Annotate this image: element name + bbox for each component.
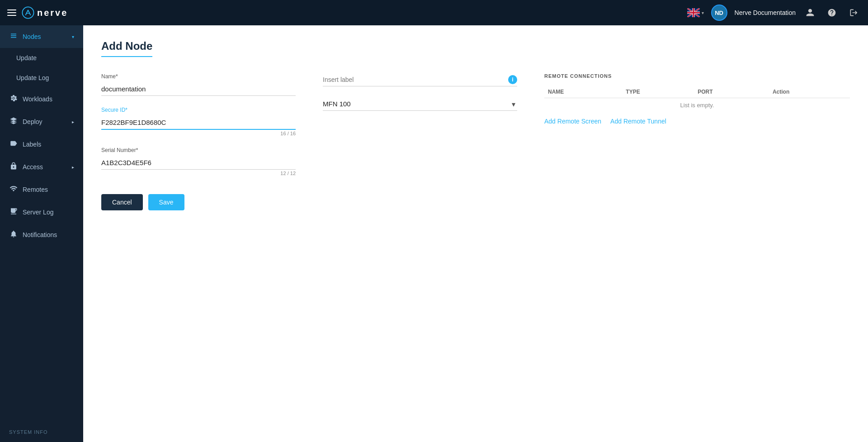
sidebar-item-access[interactable]: Access ▸ xyxy=(0,156,83,178)
system-info-label: SYSTEM INFO xyxy=(0,422,83,442)
hamburger-button[interactable] xyxy=(7,10,16,16)
sidebar-item-workloads[interactable]: Workloads xyxy=(0,88,83,110)
sidebar-item-label-update: Update xyxy=(16,54,37,62)
deploy-arrow-icon: ▸ xyxy=(72,119,74,124)
secure-id-label: Secure ID* xyxy=(101,107,296,113)
empty-list-message: List is empty. xyxy=(544,98,850,113)
language-chevron-icon: ▾ xyxy=(702,10,704,15)
name-label: Name* xyxy=(101,73,296,80)
sidebar-item-remotes[interactable]: Remotes xyxy=(0,178,83,201)
sidebar-item-label-server-log: Server Log xyxy=(23,209,53,216)
nodes-arrow-icon: ▾ xyxy=(72,34,74,39)
deploy-icon xyxy=(9,117,18,127)
sidebar-item-label-notifications: Notifications xyxy=(23,231,57,238)
sidebar-item-deploy[interactable]: Deploy ▸ xyxy=(0,110,83,133)
logout-icon[interactable] xyxy=(846,5,861,20)
top-nav: nerve ▾ ND Nerve Documentation xyxy=(0,0,868,25)
server-log-icon xyxy=(9,207,18,217)
serial-input[interactable] xyxy=(101,156,296,170)
model-select[interactable]: MFN 100 MFN 200 MFN 300 xyxy=(323,97,517,110)
remote-connections-table: NAME TYPE PORT Action List is empty. xyxy=(544,86,850,112)
page-title: Add Node xyxy=(101,40,152,57)
secure-id-count: 16 / 16 xyxy=(101,131,296,136)
remote-connections-title: REMOTE CONNECTIONS xyxy=(544,73,850,79)
sidebar-item-label-labels: Labels xyxy=(23,141,41,148)
workloads-icon xyxy=(9,94,18,104)
add-remote-screen-link[interactable]: Add Remote Screen xyxy=(544,118,601,125)
label-input[interactable] xyxy=(323,73,508,86)
user-icon[interactable] xyxy=(803,5,817,20)
col-action: Action xyxy=(769,86,850,98)
doc-link[interactable]: Nerve Documentation xyxy=(735,9,796,16)
remotes-icon xyxy=(9,185,18,195)
notifications-icon xyxy=(9,230,18,240)
col-name: NAME xyxy=(544,86,622,98)
language-selector[interactable]: ▾ xyxy=(687,8,704,17)
nodes-icon xyxy=(9,32,18,42)
info-icon[interactable]: i xyxy=(508,75,517,84)
access-arrow-icon: ▸ xyxy=(72,165,74,170)
name-input[interactable] xyxy=(101,82,296,96)
main-content: Add Node Name* Secure ID* 16 / 16 Serial… xyxy=(83,25,868,442)
sidebar-item-label-workloads: Workloads xyxy=(23,95,52,103)
logo-text: nerve xyxy=(37,8,68,18)
add-remote-tunnel-link[interactable]: Add Remote Tunnel xyxy=(610,118,666,125)
sidebar-item-label-access: Access xyxy=(23,163,43,171)
save-button[interactable]: Save xyxy=(148,194,184,210)
table-row-empty: List is empty. xyxy=(544,98,850,113)
col-port: PORT xyxy=(694,86,769,98)
sidebar-item-labels[interactable]: Labels xyxy=(0,133,83,156)
serial-count: 12 / 12 xyxy=(101,171,296,176)
cancel-button[interactable]: Cancel xyxy=(101,194,143,210)
sidebar-item-update[interactable]: Update xyxy=(0,48,83,68)
secure-id-input[interactable] xyxy=(101,116,296,130)
sidebar-item-label-update-log: Update Log xyxy=(16,74,49,81)
access-icon xyxy=(9,162,18,172)
sidebar-item-label-nodes: Nodes xyxy=(23,33,41,40)
sidebar: Nodes ▾ Update Update Log Workloads Depl… xyxy=(0,25,83,442)
user-avatar[interactable]: ND xyxy=(711,5,727,21)
help-icon[interactable] xyxy=(825,5,839,20)
svg-point-2 xyxy=(13,98,14,99)
svg-point-0 xyxy=(22,7,33,18)
labels-icon xyxy=(9,139,18,149)
sidebar-item-server-log[interactable]: Server Log xyxy=(0,201,83,223)
logo: nerve xyxy=(22,6,68,19)
serial-label: Serial Number* xyxy=(101,147,296,153)
sidebar-item-update-log[interactable]: Update Log xyxy=(0,68,83,88)
sidebar-item-label-deploy: Deploy xyxy=(23,118,42,125)
sidebar-item-notifications[interactable]: Notifications xyxy=(0,223,83,246)
sidebar-item-nodes[interactable]: Nodes ▾ xyxy=(0,25,83,48)
col-type: TYPE xyxy=(622,86,694,98)
sidebar-item-label-remotes: Remotes xyxy=(23,186,48,193)
